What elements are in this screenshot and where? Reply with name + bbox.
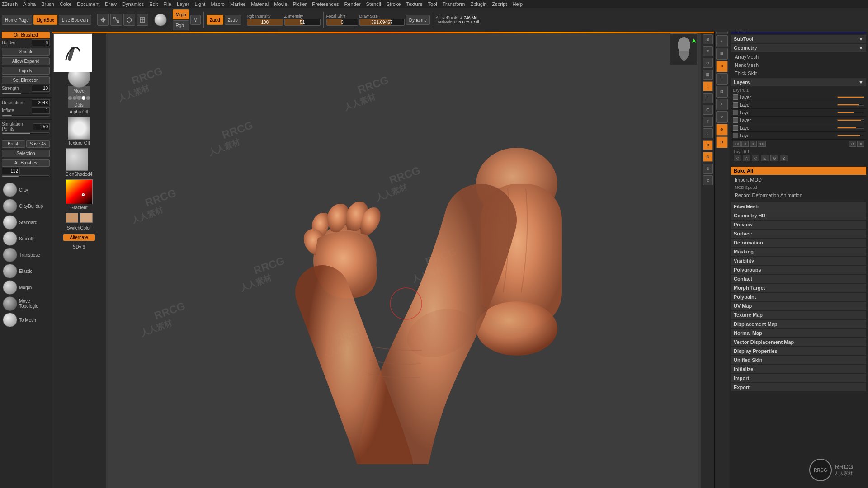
texture-map-header[interactable]: Texture Map: [731, 311, 866, 319]
menu-item-layer[interactable]: Layer: [177, 1, 189, 7]
vi-frame-button[interactable]: ⊡: [703, 105, 713, 115]
unified-skin-header[interactable]: Unified Skin: [731, 356, 866, 364]
sphere-material-button[interactable]: [154, 14, 167, 26]
layer-ctrl-eq[interactable]: =: [857, 141, 864, 147]
vi-search2-button[interactable]: ⊗: [703, 175, 713, 185]
dot-2[interactable]: [73, 96, 76, 100]
menu-item-render[interactable]: Render: [344, 1, 361, 7]
frame-button[interactable]: [137, 14, 148, 26]
alternate-button[interactable]: Alternate: [63, 234, 95, 241]
surface-header[interactable]: Surface: [731, 230, 866, 238]
display-properties-header[interactable]: Display Properties: [731, 347, 866, 355]
z-intensity-slider[interactable]: 51: [284, 19, 321, 26]
layer-4-vis[interactable]: [733, 117, 738, 123]
dot-1[interactable]: [68, 96, 72, 100]
texture-slot[interactable]: [68, 117, 90, 140]
color-picker[interactable]: [66, 179, 93, 204]
list-item[interactable]: ClayBuildup: [2, 198, 50, 214]
menu-item-movie[interactable]: Movie: [274, 1, 287, 7]
inflate-slider[interactable]: [2, 115, 50, 117]
fibermesh-header[interactable]: FiberMesh: [731, 202, 866, 211]
vi-move-button[interactable]: ⬆: [703, 117, 713, 127]
vi-geometry-button[interactable]: ◇: [703, 58, 713, 68]
vi-scroll-button[interactable]: ≡: [703, 46, 713, 56]
brush-button[interactable]: Brush: [2, 140, 25, 148]
menu-item-edit[interactable]: Edit: [149, 1, 158, 7]
strength-slider[interactable]: [2, 93, 50, 94]
layer-ctrl-prev-prev[interactable]: <<: [733, 141, 741, 147]
layer-4-slider[interactable]: [837, 119, 864, 121]
initialize-header[interactable]: Initialize: [731, 365, 866, 373]
layer-micro-btn-3[interactable]: ◁: [752, 155, 760, 161]
list-item[interactable]: Standard: [2, 215, 50, 230]
rp-icon-geo[interactable]: ⟡: [716, 35, 728, 47]
scale-transform-button[interactable]: [110, 14, 122, 26]
rp-icon-paint[interactable]: ∷: [716, 61, 728, 72]
brush-preview-thumbnail[interactable]: [53, 33, 92, 72]
uv-map-header[interactable]: UV Map: [731, 302, 866, 310]
rp-icon-move[interactable]: ⬆: [716, 99, 728, 110]
mrgb-button[interactable]: Mrgb: [173, 9, 189, 19]
layer-5-slider[interactable]: [837, 127, 864, 129]
layer-micro-btn-5[interactable]: ⊙: [770, 155, 778, 161]
rp-icon-layers[interactable]: ▦: [716, 48, 728, 60]
layer-3-vis[interactable]: [733, 110, 738, 115]
dot-4[interactable]: [82, 96, 85, 100]
menu-item-stencil[interactable]: Stencil: [366, 1, 381, 7]
set-direction-button[interactable]: Set Direction: [2, 76, 50, 84]
layer-2-vis[interactable]: [733, 102, 738, 108]
layer-5-vis[interactable]: [733, 125, 738, 131]
rgb-intensity-slider[interactable]: 100: [247, 19, 283, 26]
displacement-map-header[interactable]: Displacement Map: [731, 320, 866, 328]
liquify-button[interactable]: Liquify: [2, 67, 50, 75]
vi-paint-button[interactable]: ∷: [703, 81, 713, 91]
border-value[interactable]: 6: [32, 39, 50, 46]
menu-item-marker[interactable]: Marker: [230, 1, 245, 7]
resolution-value[interactable]: 2048: [32, 99, 50, 106]
m-button[interactable]: M: [190, 15, 200, 25]
menu-item-texture[interactable]: Texture: [406, 1, 422, 7]
rp-icon-bake[interactable]: ⊕: [716, 136, 728, 148]
vi-subtool-button[interactable]: ⊕: [703, 34, 713, 44]
normal-map-header[interactable]: Normal Map: [731, 329, 866, 337]
list-item[interactable]: Morph: [2, 280, 50, 295]
list-item[interactable]: Elastic: [2, 263, 50, 279]
menu-item-brush[interactable]: Brush: [41, 1, 54, 7]
layers-section-header[interactable]: Layers ▼: [731, 78, 866, 86]
vi-flow-button[interactable]: ⋮: [703, 93, 713, 103]
rp-icon-flow[interactable]: ⋮: [716, 73, 728, 85]
vi-layers-button[interactable]: ▦: [703, 70, 713, 80]
deformation-header[interactable]: Deformation: [731, 239, 866, 247]
rp-icon-realtime[interactable]: ⊛: [716, 111, 728, 123]
export-header[interactable]: Export: [731, 383, 866, 391]
focal-shift-slider[interactable]: 0: [326, 19, 358, 26]
swatch-secondary[interactable]: [80, 213, 93, 223]
visibility-header[interactable]: Visibility: [731, 257, 866, 265]
contact-header[interactable]: Contact: [731, 275, 866, 283]
shrink-button[interactable]: Shrink: [2, 48, 50, 56]
preview-header[interactable]: Preview: [731, 221, 866, 229]
menu-item-preferences[interactable]: Preferences: [312, 1, 339, 7]
lightbox-button[interactable]: LightBox: [33, 15, 57, 25]
list-item[interactable]: Move Topologic: [2, 296, 50, 311]
bake-all-button[interactable]: Bake All: [731, 167, 866, 175]
live-boolean-button[interactable]: Live Boolean: [59, 15, 91, 25]
layer-ctrl-next[interactable]: >: [750, 141, 757, 147]
allow-expand-button[interactable]: Allow Expand: [2, 57, 50, 65]
geometry-hd-header[interactable]: Geometry HD: [731, 211, 866, 220]
layer-6-slider[interactable]: [837, 135, 864, 136]
list-item[interactable]: Transpose: [2, 247, 50, 263]
layer-micro-btn-1[interactable]: ◁: [734, 155, 741, 161]
layer-1-slider[interactable]: [837, 96, 864, 98]
on-brushed-button[interactable]: On Brushed: [2, 32, 50, 38]
list-item[interactable]: To Mesh: [2, 312, 50, 328]
menu-item-document[interactable]: Document: [77, 1, 99, 7]
menu-item-transform[interactable]: Transform: [443, 1, 465, 7]
dot-5[interactable]: [86, 96, 90, 100]
layer-3-slider[interactable]: [837, 112, 864, 113]
vi-transpose-button[interactable]: ↕: [703, 128, 713, 138]
menu-item-file[interactable]: File: [163, 1, 171, 7]
menu-item-alpha[interactable]: Alpha: [23, 1, 36, 7]
menu-item-light[interactable]: Light: [195, 1, 206, 7]
menu-item-material[interactable]: Material: [251, 1, 269, 7]
